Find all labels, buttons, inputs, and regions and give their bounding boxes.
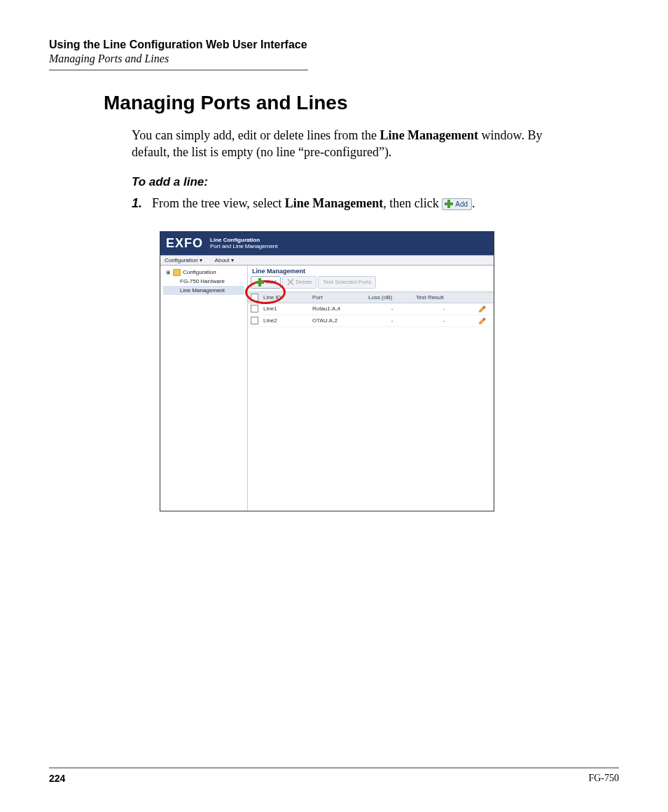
tree-item-line-management[interactable]: Line Management xyxy=(163,286,244,295)
page-number: 224 xyxy=(49,773,65,784)
intro-bold: Line Management xyxy=(380,128,478,142)
cell-result: - xyxy=(416,305,472,312)
cell-port: Rotau1:A,4 xyxy=(312,305,368,312)
menu-configuration[interactable]: Configuration ▾ xyxy=(165,257,202,263)
header-rule xyxy=(49,69,308,71)
grid-header: Line ID Port Loss (dB) Test Result xyxy=(248,291,494,303)
step-text-mid: , then click xyxy=(383,196,442,210)
step-text-end: . xyxy=(472,196,475,210)
intro-paragraph: You can simply add, edit or delete lines… xyxy=(132,127,577,161)
step-text-bold: Line Management xyxy=(285,196,383,210)
test-button-label: Test Selected Ports xyxy=(323,279,371,285)
plus-icon xyxy=(445,200,453,208)
delete-button[interactable]: Delete xyxy=(282,276,316,289)
panel-title: Line Management xyxy=(248,266,494,276)
col-result: Test Result xyxy=(416,294,472,301)
cell-loss: - xyxy=(368,317,416,324)
col-lineid: Line ID xyxy=(263,294,312,301)
edit-pencil-icon[interactable] xyxy=(478,305,487,313)
add-button[interactable]: Add xyxy=(251,276,281,289)
test-selected-button[interactable]: Test Selected Ports xyxy=(318,276,376,289)
add-button-label: Add xyxy=(266,279,276,285)
delete-button-label: Delete xyxy=(295,279,312,285)
table-row: Line1 Rotau1:A,4 - - xyxy=(248,303,494,315)
cell-result: - xyxy=(416,317,472,324)
tree-root-configuration[interactable]: ▣ Configuration xyxy=(163,268,244,277)
product-code: FG-750 xyxy=(588,773,619,784)
panel-toolbar: Add Delete Test Selected Ports xyxy=(248,276,494,291)
col-port: Port xyxy=(312,294,368,301)
content-panel: Line Management Add Delete Test Selected… xyxy=(248,266,494,511)
table-row: Line2 OTAU:A,2 - - xyxy=(248,315,494,327)
page-title: Managing Ports and Lines xyxy=(104,92,619,114)
tree-root-label: Configuration xyxy=(183,269,216,275)
inline-add-button-graphic: Add xyxy=(442,198,472,211)
step-1: 1. From the tree view, select Line Manag… xyxy=(132,195,577,212)
tree-view: ▣ Configuration FG-750 Hardware Line Man… xyxy=(160,266,248,511)
intro-pre: You can simply add, edit or delete lines… xyxy=(132,128,380,142)
delete-x-icon xyxy=(287,279,293,285)
menu-about[interactable]: About ▾ xyxy=(215,257,234,263)
cell-port: OTAU:A,2 xyxy=(312,317,368,324)
row-checkbox[interactable] xyxy=(251,305,258,312)
app-banner: EXFO Line Configuration Port and Line Ma… xyxy=(160,232,494,255)
inline-add-label: Add xyxy=(455,200,468,209)
step-number: 1. xyxy=(132,195,142,212)
exfo-logo: EXFO xyxy=(166,236,203,251)
step-text: From the tree view, select Line Manageme… xyxy=(152,195,475,212)
folder-icon xyxy=(173,269,181,276)
page-footer: 224 FG-750 xyxy=(49,767,619,784)
cell-lineid: Line1 xyxy=(263,305,312,312)
step-text-pre: From the tree view, select xyxy=(152,196,285,210)
row-checkbox[interactable] xyxy=(251,317,258,324)
cell-lineid: Line2 xyxy=(263,317,312,324)
procedure-subheading: To add a line: xyxy=(132,175,619,189)
app-title: Line Configuration xyxy=(210,237,278,244)
cell-loss: - xyxy=(368,305,416,312)
edit-pencil-icon[interactable] xyxy=(478,317,487,325)
plus-icon xyxy=(256,278,264,287)
app-screenshot: EXFO Line Configuration Port and Line Ma… xyxy=(160,231,494,511)
app-menubar: Configuration ▾ About ▾ xyxy=(160,255,494,266)
app-subtitle: Port and Line Management xyxy=(210,243,278,250)
running-header-chapter: Using the Line Configuration Web User In… xyxy=(49,39,619,51)
tree-item-hardware[interactable]: FG-750 Hardware xyxy=(163,277,244,286)
col-loss: Loss (dB) xyxy=(368,294,416,301)
running-header-section: Managing Ports and Lines xyxy=(49,53,619,65)
header-checkbox[interactable] xyxy=(251,294,258,301)
